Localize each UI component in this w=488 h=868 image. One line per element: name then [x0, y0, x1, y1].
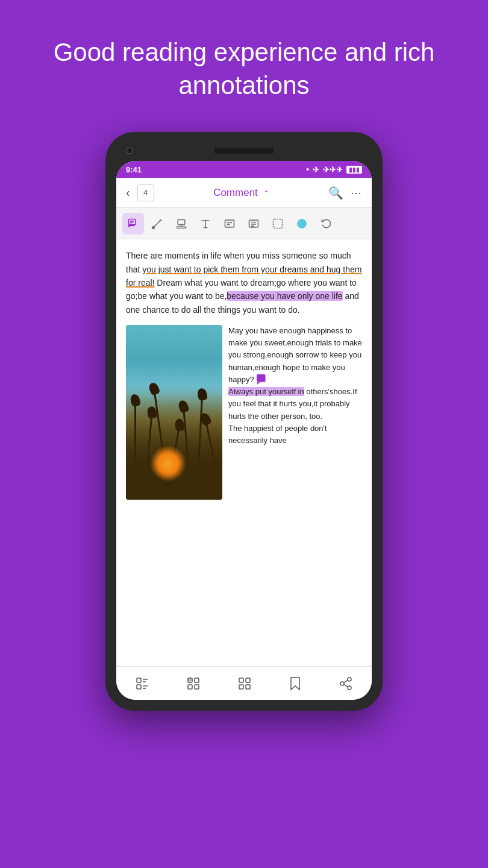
page-badge: 4	[137, 184, 154, 201]
tool-annotate[interactable]	[146, 213, 168, 234]
tool-undo[interactable]	[315, 213, 337, 234]
svg-point-27	[189, 679, 191, 681]
svg-rect-34	[246, 685, 250, 689]
right-text-3: The happiest of people don't necessarily…	[228, 424, 327, 445]
para1-highlight: because you have only one life	[227, 291, 342, 301]
content-area: There are moments in life when you miss …	[116, 239, 372, 666]
svg-line-39	[344, 684, 348, 687]
svg-rect-23	[137, 685, 141, 689]
svg-rect-33	[239, 685, 243, 689]
right-text-highlight: Always put yourself in	[228, 387, 304, 396]
paragraph-1: There are moments in life when you miss …	[126, 249, 362, 316]
stem2	[144, 415, 152, 488]
bottom-nav	[116, 666, 372, 700]
phone-camera	[126, 147, 133, 154]
svg-line-38	[344, 680, 348, 682]
tool-form[interactable]	[243, 213, 264, 234]
phone-screen: 9:41 ‣ ✈ ✈✈✈ ▮▮▮ ‹ 4 Comment ⌃	[116, 161, 372, 700]
svg-rect-20	[137, 678, 141, 682]
svg-rect-32	[246, 678, 250, 682]
phone-wrapper: 9:41 ‣ ✈ ✈✈✈ ▮▮▮ ‹ 4 Comment ⌃	[0, 126, 488, 711]
page-title: Good reading experience and rich annotat…	[0, 0, 488, 126]
svg-point-37	[348, 686, 351, 690]
phone-speaker	[214, 148, 274, 154]
toolbar	[116, 208, 372, 239]
comment-icon-inline	[256, 374, 269, 386]
svg-rect-31	[239, 678, 243, 682]
wifi-icon: ‣ ✈	[305, 165, 319, 174]
bottom-nav-apps[interactable]	[237, 676, 252, 691]
svg-rect-5	[177, 227, 186, 228]
page-background: Good reading experience and rich annotat…	[0, 0, 488, 868]
image-bg	[126, 325, 222, 500]
battery-icon: ▮▮▮	[346, 166, 362, 174]
signal-icon: ✈✈✈	[323, 165, 343, 174]
tool-circle[interactable]	[291, 213, 313, 234]
svg-rect-17	[274, 219, 283, 228]
tool-text[interactable]	[195, 213, 216, 234]
svg-point-18	[298, 219, 307, 228]
content-image	[126, 325, 222, 500]
stem7	[205, 422, 221, 487]
status-bar-right: ‣ ✈ ✈✈✈ ▮▮▮	[305, 165, 362, 174]
svg-rect-3	[152, 227, 154, 228]
bottom-nav-bookmark[interactable]	[289, 676, 302, 691]
search-button[interactable]: 🔍	[328, 186, 343, 200]
bottom-nav-bookmarks[interactable]	[186, 676, 201, 691]
status-time: 9:41	[126, 165, 142, 174]
svg-point-36	[340, 682, 344, 685]
stem6	[196, 397, 203, 488]
tool-comment[interactable]	[122, 213, 144, 234]
right-text-section: May you have enough happiness to make yo…	[228, 325, 362, 500]
sun-glow	[150, 445, 186, 482]
phone-notch	[116, 143, 372, 161]
svg-point-35	[348, 678, 351, 681]
bottom-nav-contents[interactable]	[135, 676, 149, 691]
svg-rect-30	[195, 685, 199, 689]
tool-select[interactable]	[267, 213, 289, 234]
svg-rect-19	[257, 374, 266, 382]
status-bar: 9:41 ‣ ✈ ✈✈✈ ▮▮▮	[116, 161, 372, 178]
more-button[interactable]: ⋯	[351, 186, 362, 200]
nav-bar: ‹ 4 Comment ⌃ 🔍 ⋯	[116, 178, 372, 208]
tool-stamp[interactable]	[170, 213, 192, 234]
svg-rect-28	[195, 678, 199, 682]
stem1	[134, 403, 136, 488]
nav-title: Comment ⌃	[161, 187, 321, 199]
right-text-1: May you have enough happiness to make yo…	[228, 326, 362, 384]
stem5	[183, 409, 191, 488]
back-button[interactable]: ‹	[126, 186, 130, 200]
bottom-nav-share[interactable]	[339, 676, 353, 691]
svg-rect-29	[188, 685, 192, 689]
svg-rect-0	[129, 219, 136, 224]
svg-rect-10	[225, 220, 234, 227]
two-col-section: May you have enough happiness to make yo…	[126, 325, 362, 500]
tool-typebox[interactable]	[219, 213, 240, 234]
svg-rect-4	[178, 219, 185, 224]
phone-frame: 9:41 ‣ ✈ ✈✈✈ ▮▮▮ ‹ 4 Comment ⌃	[105, 132, 383, 711]
